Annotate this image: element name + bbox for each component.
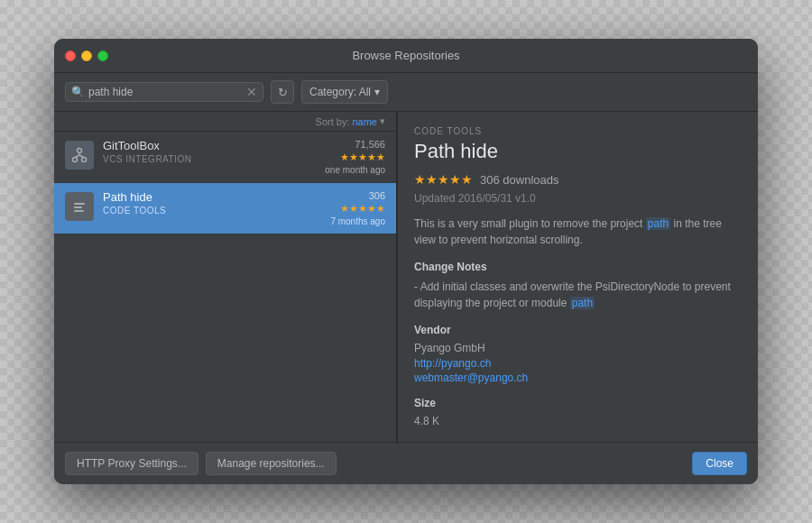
- pathhide-name: Path hide: [103, 190, 321, 204]
- search-icon: 🔍: [71, 86, 85, 98]
- size-value: 4.8 K: [414, 415, 742, 427]
- vendor-email[interactable]: webmaster@pyango.ch: [414, 372, 742, 384]
- http-proxy-button[interactable]: HTTP Proxy Settings...: [65, 452, 198, 475]
- category-dropdown[interactable]: Category: All ▾: [301, 80, 388, 104]
- close-button[interactable]: Close: [692, 452, 747, 475]
- refresh-button[interactable]: ↻: [271, 80, 294, 104]
- svg-line-4: [75, 155, 79, 158]
- bottom-bar: HTTP Proxy Settings... Manage repositori…: [54, 442, 758, 484]
- refresh-icon: ↻: [278, 86, 288, 99]
- pathhide-meta: 306 ★ ★ ★ ★ ★ 7 months ago: [330, 190, 385, 226]
- browse-repositories-window: Browse Repositories 🔍 ✕ ↻ Category: All …: [54, 39, 758, 484]
- pathhide-info: Path hide CODE TOOLS: [103, 190, 321, 216]
- minimize-traffic-light[interactable]: [81, 50, 92, 61]
- plugin-item-pathhide[interactable]: Path hide CODE TOOLS 306 ★ ★ ★ ★ ★ 7 mon…: [54, 183, 396, 234]
- detail-rating-row: ★ ★ ★ ★ ★ 306 downloads: [414, 172, 742, 187]
- gittoolbox-name: GitToolBox: [103, 139, 316, 152]
- vendor-name: Pyango GmbH: [414, 342, 742, 354]
- svg-point-0: [78, 149, 82, 153]
- gittoolbox-meta: 71,566 ★ ★ ★ ★ ★ one month ago: [325, 139, 385, 175]
- sort-name-link[interactable]: name: [352, 116, 377, 127]
- window-title: Browse Repositories: [352, 49, 459, 62]
- plugin-item-gittoolbox[interactable]: GitToolBox VCS INTEGRATION 71,566 ★ ★ ★ …: [54, 132, 396, 183]
- titlebar: Browse Repositories: [54, 39, 758, 73]
- change-notes-path-highlight: path: [570, 297, 595, 309]
- vendor-title: Vendor: [414, 324, 742, 336]
- bottom-left-buttons: HTTP Proxy Settings... Manage repositori…: [65, 452, 337, 475]
- detail-downloads: 306 downloads: [480, 173, 558, 187]
- pathhide-age: 7 months ago: [330, 216, 385, 226]
- gittoolbox-category: VCS INTEGRATION: [103, 154, 316, 164]
- pathhide-category: CODE TOOLS: [103, 206, 321, 216]
- vendor-url[interactable]: http://pyango.ch: [414, 357, 742, 370]
- size-title: Size: [414, 397, 742, 409]
- sort-bar: Sort by: name ▾: [54, 112, 396, 132]
- sort-label: Sort by:: [316, 116, 350, 127]
- change-notes-title: Change Notes: [414, 261, 742, 273]
- description-path-highlight: path: [646, 217, 670, 230]
- detail-description: This is a very small plugin to remove th…: [414, 216, 742, 248]
- search-clear-icon[interactable]: ✕: [246, 86, 257, 98]
- close-traffic-light[interactable]: [65, 50, 76, 61]
- plugin-list: GitToolBox VCS INTEGRATION 71,566 ★ ★ ★ …: [54, 132, 396, 442]
- svg-point-1: [73, 158, 78, 162]
- sort-chevron-icon: ▾: [380, 115, 385, 127]
- main-content: Sort by: name ▾: [54, 112, 758, 442]
- change-notes-content: - Add initial classes and overwrite the …: [414, 279, 742, 311]
- left-panel: Sort by: name ▾: [54, 112, 397, 442]
- search-input[interactable]: [88, 86, 243, 98]
- gittoolbox-icon: [65, 141, 94, 170]
- svg-rect-6: [74, 203, 85, 205]
- detail-category: CODE TOOLS: [414, 126, 742, 136]
- pathhide-downloads: 306: [330, 190, 385, 201]
- traffic-lights: [65, 50, 108, 61]
- manage-repositories-button[interactable]: Manage repositories...: [206, 452, 337, 475]
- gittoolbox-downloads: 71,566: [325, 139, 385, 150]
- detail-updated: Updated 2016/05/31 v1.0: [414, 192, 742, 205]
- gittoolbox-stars: ★ ★ ★ ★ ★: [325, 151, 385, 163]
- toolbar: 🔍 ✕ ↻ Category: All ▾: [54, 73, 758, 112]
- category-label: Category: All: [309, 86, 371, 98]
- detail-stars: ★ ★ ★ ★ ★: [414, 172, 473, 187]
- svg-rect-7: [74, 206, 82, 208]
- svg-point-2: [82, 158, 87, 162]
- chevron-down-icon: ▾: [374, 86, 380, 98]
- svg-line-5: [79, 155, 84, 158]
- maximize-traffic-light[interactable]: [97, 50, 108, 61]
- svg-rect-8: [74, 210, 84, 212]
- pathhide-stars: ★ ★ ★ ★ ★: [330, 203, 385, 215]
- gittoolbox-age: one month ago: [325, 165, 385, 175]
- gittoolbox-info: GitToolBox VCS INTEGRATION: [103, 139, 316, 164]
- detail-title: Path hide: [414, 140, 742, 163]
- search-box: 🔍 ✕: [65, 82, 263, 102]
- right-panel: CODE TOOLS Path hide ★ ★ ★ ★ ★ 306 downl…: [398, 112, 758, 442]
- pathhide-icon: [65, 192, 94, 221]
